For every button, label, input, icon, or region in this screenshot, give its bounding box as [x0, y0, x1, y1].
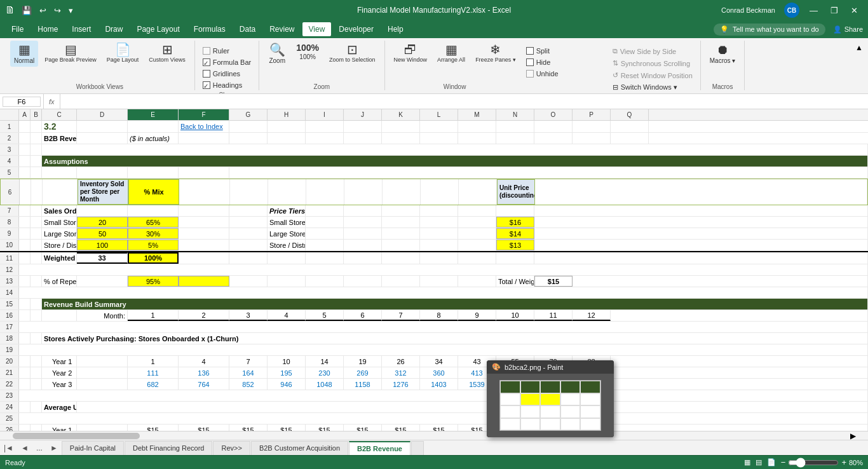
cell-16-L[interactable]: 8 — [420, 310, 458, 321]
cell-1-O[interactable] — [534, 121, 573, 132]
menu-developer[interactable]: Developer — [332, 22, 380, 36]
cell-16-M[interactable]: 9 — [458, 310, 496, 321]
back-to-index-link[interactable]: Back to Index — [180, 123, 223, 130]
cell-9-M[interactable] — [458, 228, 496, 239]
normal-view-btn[interactable]: ▦ Normal — [10, 41, 38, 67]
cell-2-M[interactable] — [458, 133, 496, 144]
cell-1-N[interactable] — [496, 121, 534, 132]
cell-7-J[interactable] — [344, 205, 382, 216]
macros-btn[interactable]: ⏺ Macros ▾ — [706, 41, 740, 67]
restore-btn[interactable]: ❐ — [825, 4, 843, 17]
cell-16-P[interactable]: 12 — [573, 310, 611, 321]
zoom-100-btn[interactable]: 100% 100% — [292, 41, 323, 63]
cell-13-E[interactable]: 95% — [128, 276, 179, 287]
cell-26-B[interactable] — [31, 425, 42, 431]
cell-6-G[interactable] — [230, 179, 268, 205]
col-header-G[interactable]: G — [229, 109, 268, 120]
cell-13-G[interactable] — [229, 276, 268, 287]
cell-18-B[interactable] — [31, 333, 42, 344]
cell-2-O[interactable] — [534, 133, 573, 144]
cell-13-A[interactable] — [19, 276, 31, 287]
page-layout-icon[interactable]: 📄 — [767, 458, 776, 466]
col-header-H[interactable]: H — [268, 109, 306, 120]
cell-13-K[interactable] — [382, 276, 420, 287]
cell-7-F[interactable] — [179, 205, 229, 216]
cell-20-D[interactable] — [77, 356, 128, 367]
col-header-F[interactable]: F — [179, 109, 229, 120]
cell-9-J[interactable] — [344, 228, 382, 239]
menu-draw[interactable]: Draw — [98, 22, 129, 36]
cell-11-F[interactable] — [179, 252, 229, 264]
cell-20-A[interactable] — [19, 356, 31, 367]
cell-2-N[interactable] — [496, 133, 534, 144]
hide-check-label[interactable]: Hide — [524, 57, 606, 67]
cell-10-G[interactable] — [229, 240, 268, 250]
cell-21-K[interactable]: 312 — [382, 367, 420, 378]
cell-10-F[interactable] — [179, 240, 229, 250]
cell-21-D[interactable] — [77, 367, 128, 378]
cell-16-J[interactable]: 6 — [344, 310, 382, 321]
cell-6-N[interactable]: Unit Price (discounting — [497, 179, 535, 205]
col-header-I[interactable]: I — [306, 109, 344, 120]
cell-8-C[interactable]: Small Stores / Distributors — [42, 217, 77, 228]
cell-22-D[interactable] — [77, 379, 128, 390]
headings-checkbox-label[interactable]: Headings — [200, 80, 254, 90]
cell-9-D[interactable]: 50 — [77, 228, 128, 239]
scroll-right-btn[interactable]: ▶ — [850, 432, 859, 440]
reset-window-btn[interactable]: ↺ Reset Window Position — [610, 70, 695, 81]
cell-6-C[interactable] — [43, 179, 78, 205]
menu-help[interactable]: Help — [381, 22, 410, 36]
cell-22-I[interactable]: 1048 — [306, 379, 344, 390]
cell-4-A[interactable] — [19, 156, 31, 167]
cell-6-B[interactable] — [31, 179, 43, 205]
cell-2-K[interactable] — [382, 133, 420, 144]
cell-7-N[interactable] — [496, 205, 534, 216]
cell-18-A[interactable] — [19, 333, 31, 344]
view-side-by-side-btn[interactable]: ⧉ View Side by Side — [610, 46, 695, 57]
cell-16-C[interactable] — [42, 310, 77, 321]
cell-26-D[interactable] — [77, 425, 128, 431]
cell-24-A[interactable] — [19, 402, 31, 412]
cell-13-L[interactable] — [420, 276, 458, 287]
cell-20-F[interactable]: 4 — [179, 356, 229, 367]
customize-quick-btn[interactable]: ▾ — [66, 4, 76, 17]
cell-8-A[interactable] — [19, 217, 31, 228]
cell-9-B[interactable] — [31, 228, 42, 239]
undo-quick-btn[interactable]: ↩ — [37, 4, 49, 17]
cell-10-M[interactable] — [458, 240, 496, 250]
cell-22-J[interactable]: 1158 — [344, 379, 382, 390]
cell-9-F[interactable] — [179, 228, 229, 239]
cell-20-H[interactable]: 10 — [268, 356, 306, 367]
cell-21-B[interactable] — [31, 367, 42, 378]
cell-1-Q[interactable] — [611, 121, 649, 132]
cell-3-C-wide[interactable] — [42, 144, 868, 155]
cell-8-rest[interactable] — [534, 217, 868, 228]
cell-8-J[interactable] — [344, 217, 382, 228]
tab-nav-first[interactable]: |◄ — [0, 444, 17, 452]
cell-7-A[interactable] — [19, 205, 31, 216]
tab-nav-dots[interactable]: ... — [32, 444, 46, 452]
menu-home[interactable]: Home — [31, 22, 64, 36]
page-layout-btn[interactable]: 📄 Page Layout — [103, 41, 143, 66]
cell-23[interactable] — [19, 390, 868, 401]
cell-24-rest[interactable] — [77, 402, 868, 412]
cell-24-B[interactable] — [31, 402, 42, 412]
cell-7-C[interactable]: Sales Orders — [42, 205, 77, 216]
cell-26-rest[interactable] — [611, 425, 868, 431]
cell-11-L[interactable] — [420, 252, 458, 264]
cell-5-B[interactable] — [31, 167, 42, 178]
cell-10-C[interactable]: Store / Distributor Franchise Chain — [42, 240, 77, 250]
cell-7-M[interactable] — [458, 205, 496, 216]
col-header-P[interactable]: P — [573, 109, 611, 120]
cell-4-B[interactable] — [31, 156, 42, 167]
zoom-out-btn[interactable]: − — [781, 458, 786, 467]
cell-6-M[interactable] — [459, 179, 497, 205]
custom-views-btn[interactable]: ⊞ Custom Views — [145, 41, 189, 66]
cell-1-B[interactable] — [31, 121, 42, 132]
cell-10-I[interactable] — [306, 240, 344, 250]
cell-7-H[interactable]: Price Tiers Based on Bulk — [268, 205, 306, 216]
cell-10-J[interactable] — [344, 240, 382, 250]
minimize-btn[interactable]: — — [804, 4, 823, 17]
cell-8-M[interactable] — [458, 217, 496, 228]
cell-13-O[interactable]: $15 — [534, 276, 573, 287]
